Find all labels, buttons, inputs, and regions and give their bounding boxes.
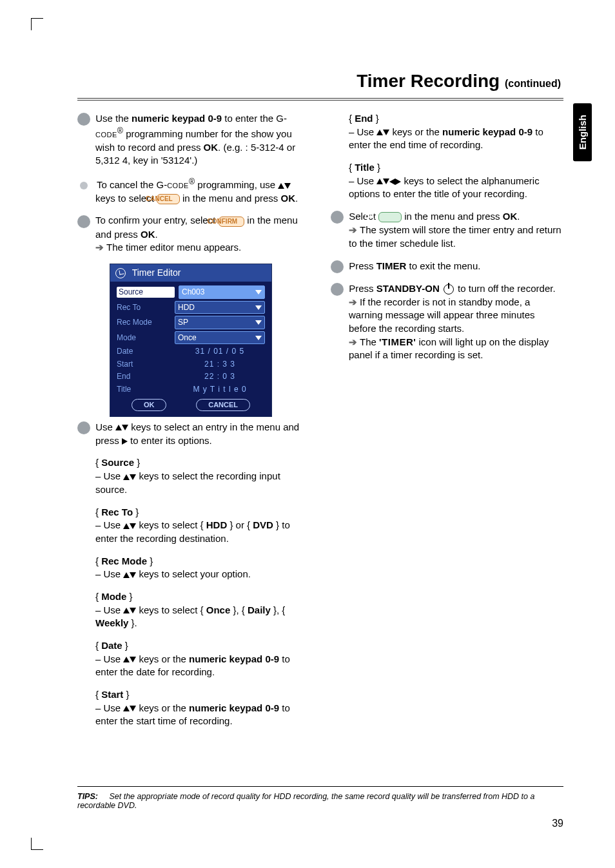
t: . [155, 229, 158, 240]
page-number: 39 [552, 818, 563, 829]
down-arrow-icon [130, 572, 136, 578]
down-arrow-icon [284, 183, 291, 189]
te-label-recto: Rec To [117, 302, 175, 313]
t: to exit the menu. [406, 260, 480, 271]
te-cancel-button[interactable]: CANCEL [196, 399, 250, 411]
t: numeric keypad 0-9 [189, 653, 279, 664]
bullet-icon [80, 182, 88, 189]
crop-mark-top-left [31, 18, 43, 30]
step-7-result: ➔The system will store the timer entry a… [331, 224, 563, 250]
te-row-start: Start 21 : 3 3 [117, 359, 265, 370]
t: If the recorder is not in standby mode, … [349, 296, 534, 334]
te-dropdown-mode[interactable]: Once [175, 331, 265, 345]
te-value-title: M y T i t l e 0 [175, 384, 265, 395]
t: Press [349, 260, 376, 271]
t: Press [349, 283, 376, 294]
t: keys to select { [136, 519, 206, 530]
t: Title [355, 162, 375, 173]
te-row-title: Title M y T i t l e 0 [117, 384, 265, 395]
opt-recmode: { Rec Mode } – Use keys to select your o… [77, 555, 310, 581]
step-9-result-1: ➔If the recorder is not in standby mode,… [331, 296, 563, 336]
t: – Use [349, 175, 376, 186]
step-7-badge: 7 [331, 211, 344, 224]
te-row-mode: Mode Once [117, 331, 265, 345]
down-arrow-icon [383, 130, 389, 135]
timer-editor-header: Timer Editor [110, 264, 271, 282]
t: in the menu and press [180, 193, 281, 204]
opt-title: { Title } – Use keys to select the alpha… [331, 161, 563, 201]
t: SP [178, 317, 188, 328]
timer-editor-title: Timer Editor [132, 267, 181, 278]
t: Source [101, 457, 134, 468]
result-arrow-icon: ➔ [95, 242, 104, 253]
step-5-text: To confirm your entry, select CONFIRM in… [95, 215, 298, 239]
timer-editor-panel: Timer Editor Source Ch003 Rec To HDD Rec… [110, 264, 272, 417]
ok-pill: OK [378, 212, 402, 222]
t: in the menu and press [402, 211, 503, 222]
te-row-source: Source Ch003 [117, 285, 265, 299]
t: Once [206, 604, 231, 615]
step-9-text: Press STANDBY-ON to turn off the recorde… [349, 283, 555, 294]
result-arrow-icon: ➔ [349, 296, 357, 307]
t: }, { [271, 604, 286, 615]
t: code [95, 128, 117, 139]
te-row-date: Date 31 / 01 / 0 5 [117, 346, 265, 357]
chevron-down-icon [255, 290, 262, 294]
te-label-title: Title [117, 384, 175, 395]
tips-text: Set the appropriate mode of record quali… [77, 792, 534, 810]
t: Rec Mode [101, 555, 147, 566]
te-row-end: End 22 : 0 3 [117, 371, 265, 382]
up-arrow-icon [115, 425, 122, 430]
step-9-result-2: ➔The 'TIMER' icon will light up on the d… [331, 336, 563, 362]
t: OK [204, 142, 219, 153]
t: to enter the G- [222, 113, 287, 124]
page: English Timer Recording (continued) 4 Us… [0, 0, 615, 868]
step-5: 5 To confirm your entry, select CONFIRM … [77, 214, 310, 254]
t: }, { [230, 604, 248, 615]
t: End [355, 113, 373, 124]
t: STANDBY-ON [376, 283, 440, 294]
step-6-text: Use keys to select an entry in the menu … [95, 421, 299, 446]
step-9-badge: 9 [331, 283, 344, 296]
step-7-text: Select OK in the menu and press OK. [349, 211, 520, 222]
t: The [360, 336, 379, 347]
step-4-badge: 4 [77, 113, 90, 126]
up-arrow-icon [123, 572, 130, 578]
up-arrow-icon [123, 523, 130, 529]
down-arrow-icon [130, 523, 136, 529]
result-arrow-icon: ➔ [349, 224, 357, 235]
down-arrow-icon [130, 657, 136, 662]
left-arrow-icon [389, 178, 395, 185]
te-dropdown-recmode[interactable]: SP [175, 316, 265, 329]
te-dropdown-source[interactable]: Ch003 [179, 285, 265, 299]
title-divider [77, 98, 563, 101]
te-label-end: End [117, 371, 175, 382]
crop-mark-bottom-left [31, 838, 43, 850]
opt-mode: { Mode } – Use keys to select { Once }, … [77, 590, 310, 630]
t: keys or the [136, 653, 189, 664]
content-columns: 4 Use the numeric keypad 0-9 to enter th… [77, 112, 563, 737]
up-arrow-icon [376, 178, 383, 184]
timer-editor-body: Source Ch003 Rec To HDD Rec Mode SP Mode [110, 282, 271, 416]
t: } or { [227, 519, 253, 530]
t: numeric keypad 0-9 [189, 702, 279, 713]
opt-end: { End } – Use keys or the numeric keypad… [331, 112, 563, 152]
t: Weekly [95, 617, 128, 628]
clock-icon [115, 268, 126, 278]
te-dropdown-recto[interactable]: HDD [175, 301, 265, 314]
power-icon [444, 284, 454, 294]
te-ok-button[interactable]: OK [132, 399, 167, 411]
t: Use [95, 421, 115, 432]
step-6: 6 Use keys to select an entry in the men… [77, 421, 310, 448]
step-8-text: Press TIMER to exit the menu. [349, 260, 480, 271]
t: – Use [95, 519, 123, 530]
t: OK [503, 211, 518, 222]
result-arrow-icon: ➔ [349, 336, 357, 347]
t: Once [178, 333, 197, 343]
t: . [295, 193, 298, 204]
t: programming, use [195, 179, 278, 190]
cancel-note: To cancel the G-code® programming, use k… [77, 177, 310, 205]
up-arrow-icon [376, 130, 383, 135]
t: – Use [95, 470, 123, 481]
t: }. [128, 617, 137, 628]
